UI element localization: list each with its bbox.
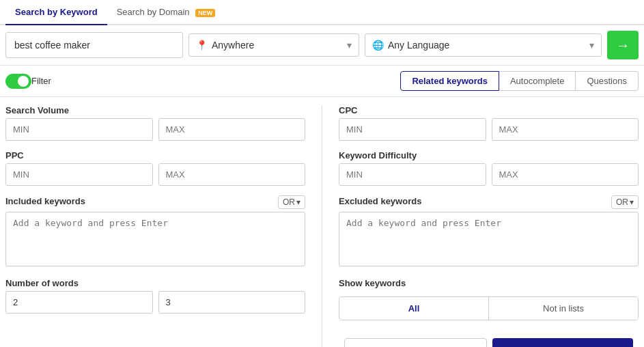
pin-icon: 📍 — [196, 40, 208, 51]
words-max[interactable] — [158, 291, 306, 314]
tab-related-keywords[interactable]: Related keywords — [400, 71, 499, 91]
search-volume-range — [5, 118, 305, 141]
ppc-section: PPC — [5, 150, 305, 186]
included-keywords-operator[interactable]: OR ▾ — [278, 195, 305, 209]
filter-left-col: Search Volume PPC Included keywords OR ▾ — [5, 105, 305, 347]
kd-max[interactable] — [492, 163, 639, 186]
search-bar: 📍 Anywhere ▾ 🌐 Any Language ▾ → — [0, 25, 644, 66]
excluded-keywords-label: Excluded keywords — [339, 196, 421, 206]
show-keywords-section: Show keywords All Not in lists — [339, 278, 639, 320]
autocomplete-label: Autocomplete — [510, 76, 565, 86]
location-arrow-icon: ▾ — [347, 40, 352, 51]
search-volume-max[interactable] — [158, 118, 306, 141]
related-keywords-label: Related keywords — [412, 76, 488, 86]
ppc-label: PPC — [5, 150, 305, 161]
show-not-in-lists-button[interactable]: Not in lists — [489, 297, 638, 320]
tabs-bar: Search by Keyword Search by Domain NEW — [0, 0, 644, 25]
cpc-min[interactable] — [339, 118, 486, 141]
show-keywords-buttons: All Not in lists — [339, 296, 639, 320]
keyword-tabs: Related keywords Autocomplete Questions — [400, 71, 639, 91]
show-all-button[interactable]: All — [339, 297, 489, 320]
number-of-words-range — [5, 291, 305, 314]
show-keywords-label: Show keywords — [339, 278, 639, 288]
included-keywords-input[interactable] — [5, 212, 305, 266]
excluded-operator-label: OR — [616, 197, 628, 207]
search-volume-label: Search Volume — [5, 105, 305, 115]
excluded-keywords-section: Excluded keywords OR ▾ — [339, 195, 639, 268]
tab-questions[interactable]: Questions — [576, 71, 639, 91]
language-label: Any Language — [388, 40, 449, 51]
kd-min[interactable] — [339, 163, 486, 186]
ppc-min[interactable] — [5, 163, 153, 186]
location-label: Anywhere — [212, 40, 254, 51]
tab-domain-label: Search by Domain — [117, 7, 190, 17]
included-keywords-label: Included keywords — [5, 196, 85, 206]
filter-toggle[interactable] — [5, 74, 31, 89]
ppc-range — [5, 163, 305, 186]
operator-chevron-icon: ▾ — [296, 197, 300, 207]
cpc-max[interactable] — [492, 118, 639, 141]
tab-domain[interactable]: Search by Domain NEW — [107, 0, 225, 25]
language-icon: 🌐 — [372, 40, 384, 51]
filter-label: Filter — [31, 76, 51, 86]
ppc-max[interactable] — [158, 163, 306, 186]
keyword-difficulty-range — [339, 163, 639, 186]
reset-button[interactable]: ✕ Reset — [344, 338, 487, 347]
show-all-label: All — [408, 303, 420, 314]
action-buttons: ✕ Reset ✓ Set filter — [339, 333, 639, 347]
cpc-range — [339, 118, 639, 141]
excluded-keywords-header: Excluded keywords OR ▾ — [339, 195, 639, 209]
filter-bar: Filter Related keywords Autocomplete Que… — [0, 66, 644, 97]
cpc-section: CPC — [339, 105, 639, 141]
go-arrow-icon: → — [616, 38, 630, 53]
questions-label: Questions — [587, 76, 627, 86]
set-filter-button[interactable]: ✓ Set filter — [492, 338, 634, 347]
keyword-difficulty-section: Keyword Difficulty — [339, 150, 639, 186]
excluded-keywords-operator[interactable]: OR ▾ — [611, 195, 639, 209]
words-min[interactable] — [5, 291, 153, 314]
included-keywords-section: Included keywords OR ▾ — [5, 195, 305, 268]
excluded-keywords-input[interactable] — [339, 212, 639, 266]
filter-panels: Search Volume PPC Included keywords OR ▾ — [0, 97, 644, 347]
number-of-words-label: Number of words — [5, 278, 305, 288]
tab-autocomplete[interactable]: Autocomplete — [499, 71, 576, 91]
included-keywords-header: Included keywords OR ▾ — [5, 195, 305, 209]
tab-keyword[interactable]: Search by Keyword — [5, 0, 107, 25]
keyword-difficulty-label: Keyword Difficulty — [339, 150, 639, 161]
number-of-words-section: Number of words — [5, 278, 305, 314]
search-go-button[interactable]: → — [607, 31, 639, 59]
search-volume-min[interactable] — [5, 118, 153, 141]
toggle-thumb — [18, 76, 29, 87]
language-select[interactable]: 🌐 Any Language ▾ — [365, 33, 602, 57]
filter-right-col: CPC Keyword Difficulty Excluded keywords… — [339, 105, 639, 347]
language-arrow-icon: ▾ — [589, 40, 594, 51]
location-select[interactable]: 📍 Anywhere ▾ — [188, 33, 359, 57]
right-panel-bottom: Show keywords All Not in lists ✕ Reset — [339, 278, 639, 347]
column-divider — [322, 105, 322, 347]
not-in-lists-label: Not in lists — [543, 303, 584, 314]
search-volume-section: Search Volume — [5, 105, 305, 141]
excluded-operator-chevron-icon: ▾ — [630, 197, 634, 207]
tab-keyword-label: Search by Keyword — [15, 7, 98, 17]
cpc-label: CPC — [339, 105, 639, 115]
included-operator-label: OR — [283, 197, 295, 207]
search-input[interactable] — [5, 32, 183, 58]
domain-new-badge: NEW — [195, 9, 215, 17]
